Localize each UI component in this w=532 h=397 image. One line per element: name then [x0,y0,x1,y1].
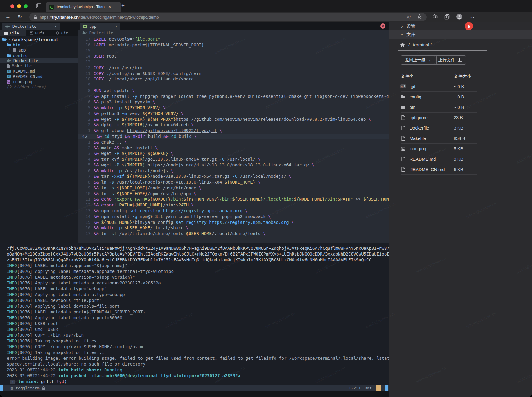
user-avatar-badge[interactable]: a [465,22,473,30]
home-icon[interactable] [400,43,405,47]
tree-item[interactable]: MREADME_CN.md [0,74,78,79]
buffer-icon: ▤ [11,386,13,390]
favorites-icon[interactable] [433,14,438,19]
editor-tab-app[interactable]: app✕ [80,23,120,30]
code-line: 17LABEL devtools="file,port" [78,36,389,42]
sidebar-tab-file[interactable]: File [0,30,26,36]
code-editor[interactable]: Dockerfile 17LABEL devtools="file,port"1… [78,30,389,243]
code-segment: -s [109,185,114,190]
file-name-cell: Makefile [401,136,454,141]
sidebar-tab-git[interactable]: Git [52,30,78,36]
more-menu-icon[interactable]: ⋯ [469,14,475,20]
close-window-button[interactable] [10,4,14,8]
new-tab-button[interactable]: + [121,2,125,9]
profile-avatar[interactable] [456,14,462,20]
code-segment: && [94,140,99,145]
code-segment: $PATH [338,197,350,202]
file-row[interactable]: bin~ 0 B [401,102,477,113]
code-segment [124,174,127,179]
code-segment: 9.3.1 [150,214,163,219]
editor-tab-Dockerfile[interactable]: Dockerfile✕ [2,23,60,30]
code-segment: INFO [7,281,17,285]
code-segment: \ [368,117,371,122]
file-row[interactable]: git.git~ 0 B [401,81,477,92]
code-segment: INFO [7,338,17,343]
tree-item[interactable]: └app [0,48,78,53]
code-segment: mkdir [101,168,114,173]
url-bar[interactable]: https://try.titanide.cn/ide/web/coding/t… [29,13,427,21]
close-tab-icon[interactable]: ✕ [108,5,111,9]
code-segment [130,134,133,139]
tree-item[interactable]: Dockerfile [0,58,78,63]
code-segment: -i [114,122,119,127]
terminal-line: INFO[0076] Applying label metadata.type=… [7,292,389,298]
doc-icon [401,136,406,141]
panel-section-settings[interactable]: › 设置 [389,22,532,30]
tree-item[interactable]: Makefile [0,63,78,68]
line-number: 11 [78,196,94,202]
code-segment: INFO [7,327,17,332]
file-name-label: .git [410,84,415,89]
reload-icon[interactable]: ↻ [18,14,22,20]
collections-icon[interactable] [444,14,450,20]
tree-item[interactable]: (2 hidden items) [0,84,78,90]
tree-item[interactable]: config [0,53,78,58]
close-icon[interactable]: ✕ [115,24,117,28]
editor-tabline: Dockerfile✕app✕✕ [0,22,389,30]
go-up-button[interactable]: 返回上一级 ← [401,55,437,65]
file-row[interactable]: .gitignore23 B [401,113,477,123]
file-row[interactable]: README.md9 KB [401,154,477,164]
close-all-button[interactable]: ✕ [380,23,385,29]
statusline-buffer-name[interactable]: toggleterm [16,386,39,390]
back-icon[interactable]: ← [5,14,11,20]
tree-item-label: app [18,48,26,52]
code-segment: && [94,94,99,99]
add-favorite-icon[interactable] [417,14,422,20]
minimize-window-button[interactable] [17,4,21,8]
read-aloud-icon[interactable]: A) [407,14,411,20]
code-segment: [0076] Applying label metadata.type=weba… [17,292,125,297]
upload-file-button[interactable]: 上传文件 [434,55,466,65]
terminal-line: INFO[0076] Taking snapshot of files... [7,350,389,356]
panel-section-files[interactable]: › 文件 [389,30,532,39]
tree-item[interactable]: icon.png [0,79,78,84]
code-segment: \ [181,111,183,116]
browser-tab[interactable]: >_ terminal-ttyd-wlotnipo - TitanI ✕ [46,2,121,12]
tree-item[interactable]: ~/workspace/terminal [0,37,78,42]
file-name-label: config [410,95,421,99]
editor-tab-label: app [89,24,96,29]
code-segment: && [94,220,99,225]
file-row[interactable]: icon.png5 KB [401,144,477,154]
terminal-output[interactable]: /fj7CcwoCW7ZXBc3snKxZNYHpbh7uhwOvx2lsi4W… [0,243,389,385]
code-segment: [0076] Applying label metadata.version=v… [17,281,161,285]
markdown-icon: M [7,75,11,78]
file-row[interactable]: config~ 0 B [401,92,477,102]
file-row[interactable]: README_CN.md6 KB [401,164,477,175]
code-segment: ${PYTHON_VENV} [124,105,160,110]
file-row[interactable]: Makefile858 B [401,133,477,144]
tab-overview-icon[interactable] [36,3,41,9]
file-row[interactable]: Dockerfile3 KB [401,123,477,133]
code-segment: $USER_HOME [186,231,211,236]
code-line: 13&& npm config set registry https://reg… [78,208,389,214]
code-segment: -linux-x64 [196,180,225,184]
code-line: 10COPY ./.local/share /opt/titanide/shar… [78,76,389,82]
file-table: 文件名 文件大小 git.git~ 0 Bconfig~ 0 Bbin~ 0 B… [401,71,477,175]
line-number: 11 [78,71,94,77]
tree-item[interactable]: bin [0,42,78,47]
code-segment: ${NODE_HOME} [294,197,325,202]
code-segment: zsENIL3ItxqIOXDBGALaQgAPxxnV2YOoRl40a6ey… [7,257,371,262]
code-line: 2&& dpkg -i ${TMPDIR}/nvim-linux64.deb \ [78,122,389,128]
code-segment: \ [191,202,193,207]
close-icon[interactable]: ✕ [55,24,57,28]
go-up-button-label: 返回上一级 [405,57,426,63]
code-segment: \ [312,163,314,167]
code-segment: ${PYTHON_VENV} [183,197,219,202]
scrollbar-thumb[interactable] [385,385,388,391]
sidebar-tab-bufs[interactable]: Bufs [26,30,52,36]
maximize-window-button[interactable] [24,4,28,8]
file-name-cell: Dockerfile [401,126,454,131]
breadcrumb[interactable]: / terminal / [400,42,432,47]
terminal-line: error building image: error building sta… [7,356,389,361]
tree-item[interactable]: MREADME.md [0,69,78,74]
